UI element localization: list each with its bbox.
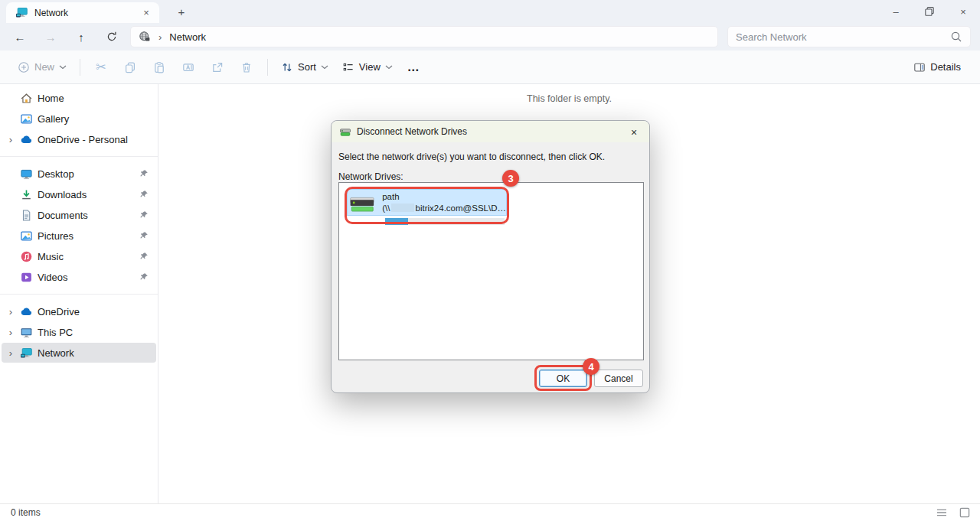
items-count: 0 items — [11, 507, 41, 518]
details-pane-icon — [913, 61, 926, 73]
search-icon — [950, 31, 962, 43]
command-toolbar: New ✂ Sort View … Details — [0, 50, 980, 84]
close-button[interactable]: × — [946, 0, 980, 23]
sidebar-item-downloads[interactable]: Downloads — [2, 184, 156, 204]
sidebar-item-gallery[interactable]: Gallery — [2, 109, 156, 129]
file-explorer-window: Network × + – × ← → ↑ › Network New — [0, 0, 980, 521]
thumbnail-view-toggle-icon[interactable] — [959, 506, 971, 519]
home-icon — [20, 92, 33, 105]
sort-arrows-icon — [281, 61, 293, 73]
details-button[interactable]: Details — [906, 55, 968, 80]
minimize-button[interactable]: – — [879, 0, 913, 23]
back-button[interactable]: ← — [8, 26, 32, 47]
dialog-close-icon[interactable]: × — [626, 125, 642, 140]
list-view-toggle-icon[interactable] — [936, 506, 948, 519]
sidebar-item-music[interactable]: Music — [2, 246, 156, 266]
search-input[interactable] — [736, 31, 950, 43]
empty-folder-message: This folder is empty. — [158, 93, 980, 104]
sidebar: Home Gallery › OneDrive - Personal Deskt… — [0, 84, 158, 503]
copy-icon — [124, 61, 136, 73]
toolbar-divider — [267, 59, 268, 76]
trash-icon — [240, 61, 253, 73]
sidebar-item-onedrive[interactable]: › OneDrive — [2, 301, 156, 321]
sidebar-item-home[interactable]: Home — [2, 88, 156, 108]
annotation-step-4-badge: 4 — [583, 358, 599, 375]
plus-circle-icon — [18, 61, 30, 73]
onedrive-cloud-icon — [20, 133, 33, 146]
sidebar-item-documents[interactable]: Documents — [2, 205, 156, 225]
paste-button[interactable] — [145, 55, 174, 80]
music-icon — [20, 250, 33, 263]
documents-icon — [20, 209, 33, 222]
downloads-icon — [20, 188, 33, 201]
toolbar-divider — [80, 59, 80, 76]
expand-chevron-icon[interactable]: › — [6, 327, 15, 338]
new-button[interactable]: New — [11, 55, 74, 80]
sidebar-item-this-pc[interactable]: › This PC — [2, 322, 156, 342]
refresh-button[interactable] — [100, 26, 124, 47]
this-pc-icon — [20, 326, 33, 339]
chevron-down-icon — [321, 65, 328, 70]
restore-button[interactable] — [913, 0, 946, 23]
status-bar: 0 items — [0, 503, 980, 521]
breadcrumb-chevron-icon: › — [158, 31, 162, 43]
sidebar-item-onedrive-personal[interactable]: › OneDrive - Personal — [2, 129, 156, 149]
rename-icon — [182, 61, 194, 73]
navigation-bar: ← → ↑ › Network — [0, 23, 980, 50]
onedrive-cloud-icon — [20, 305, 33, 318]
more-options-button[interactable]: … — [400, 60, 428, 74]
refresh-icon — [106, 31, 118, 43]
delete-button[interactable] — [232, 55, 261, 80]
disconnect-network-drives-dialog: Disconnect Network Drives × Select the n… — [331, 120, 650, 393]
expand-chevron-icon[interactable]: › — [6, 306, 15, 317]
network-icon — [20, 347, 33, 360]
expand-chevron-icon[interactable]: › — [6, 134, 15, 145]
expand-chevron-icon[interactable]: › — [6, 347, 15, 359]
network-drives-label: Network Drives: — [338, 171, 403, 182]
pin-icon — [139, 210, 149, 220]
restore-icon — [923, 5, 936, 18]
share-icon — [211, 61, 224, 73]
dialog-title-bar: Disconnect Network Drives — [332, 121, 649, 142]
breadcrumb[interactable]: Network — [169, 31, 206, 43]
up-button[interactable]: ↑ — [69, 26, 93, 47]
network-globe-icon — [139, 31, 151, 43]
copy-button[interactable] — [116, 55, 145, 80]
chevron-down-icon — [59, 65, 67, 70]
cut-button[interactable]: ✂ — [87, 55, 116, 80]
search-box[interactable] — [727, 26, 971, 47]
window-controls: – × — [879, 0, 980, 23]
paste-icon — [153, 61, 165, 73]
tab-network[interactable]: Network × — [6, 2, 159, 23]
pin-icon — [139, 272, 149, 282]
sidebar-divider — [0, 156, 158, 157]
share-button[interactable] — [203, 55, 232, 80]
annotation-step-3-badge: 3 — [502, 170, 519, 187]
tab-close-icon[interactable]: × — [139, 6, 153, 20]
videos-icon — [20, 271, 33, 284]
gallery-icon — [20, 112, 33, 125]
sidebar-divider — [0, 294, 158, 295]
pin-icon — [139, 252, 149, 261]
sidebar-item-desktop[interactable]: Desktop — [2, 164, 156, 184]
forward-button[interactable]: → — [38, 26, 63, 47]
rename-button[interactable] — [174, 55, 203, 80]
chevron-down-icon — [385, 65, 393, 70]
tab-title: Network — [34, 8, 133, 18]
dialog-instruction: Select the network drive(s) you want to … — [338, 151, 605, 162]
desktop-icon — [20, 168, 33, 181]
sidebar-item-network[interactable]: › Network — [2, 343, 156, 363]
dialog-title: Disconnect Network Drives — [357, 126, 467, 137]
pin-icon — [139, 169, 149, 178]
sidebar-item-videos[interactable]: Videos — [2, 267, 156, 287]
pin-icon — [139, 231, 149, 240]
new-tab-button[interactable]: + — [173, 3, 190, 20]
sidebar-item-pictures[interactable]: Pictures — [2, 226, 156, 246]
view-button[interactable]: View — [335, 55, 400, 80]
cancel-button[interactable]: Cancel — [594, 370, 643, 387]
address-bar[interactable]: › Network — [130, 26, 718, 47]
sort-button[interactable]: Sort — [274, 55, 335, 80]
network-icon — [15, 6, 28, 19]
annotation-highlight-drive — [345, 187, 509, 224]
pictures-icon — [20, 230, 33, 243]
